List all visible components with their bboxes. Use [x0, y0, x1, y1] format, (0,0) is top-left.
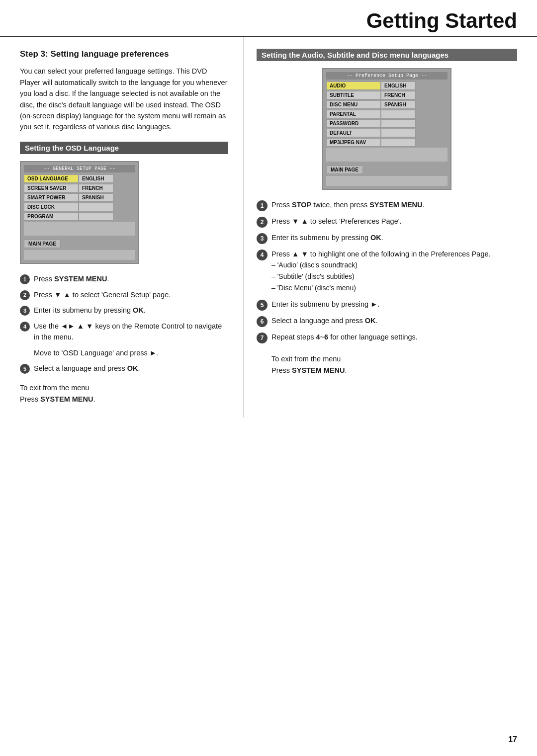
english-cell: ENGLISH — [79, 174, 113, 183]
right-step-2: 2 Press ▼ ▲ to select 'Preferences Page'… — [257, 216, 517, 228]
sub-bullet-audio: – 'Audio' (disc's soundtrack) — [271, 260, 517, 270]
default-right — [381, 129, 416, 137]
rstep4-circle: 4 — [257, 250, 268, 260]
step3-circle: 3 — [20, 306, 30, 316]
parental-right — [381, 110, 416, 118]
disc-menu-spanish-cell: SPANISH — [381, 100, 416, 109]
sub-bullet-subtitle: – 'Subtitle' (disc's subtitles) — [271, 271, 517, 282]
rstep7-text: Repeat steps 4~6 for other language sett… — [271, 332, 517, 343]
rstep7-bold4: 4 — [316, 333, 320, 341]
menu-row-default: DEFAULT — [326, 129, 448, 137]
disc-menu-cell: DISC MENU — [326, 100, 381, 109]
menu-footer-left — [24, 250, 135, 260]
menu-row-program: PROGRAM — [24, 212, 135, 221]
menu-row-audio: AUDIO ENGLISH — [326, 82, 448, 90]
rstep7-bold6: 6 — [324, 333, 328, 341]
step5-circle: 5 — [20, 364, 30, 374]
menu-row-mp3jpeg: MP3/JPEG NAV — [326, 138, 448, 147]
subtitle-french-cell: FRENCH — [381, 91, 416, 99]
rstep1-systemmenu: SYSTEM MENU — [369, 201, 422, 209]
menu-bottom-right: MAIN PAGE — [326, 165, 448, 174]
rstep7-circle: 7 — [257, 333, 268, 343]
main-page-btn-left: MAIN PAGE — [24, 240, 61, 248]
right-step-1: 1 Press STOP twice, then press SYSTEM ME… — [257, 200, 517, 211]
exit-label-right: To exit from the menu Press SYSTEM MENU. — [271, 353, 517, 376]
exit-bold-right: SYSTEM MENU — [292, 366, 345, 374]
rstep3-circle: 3 — [257, 233, 268, 244]
step2-circle: 2 — [20, 290, 30, 300]
move-note: Move to 'OSD Language' and press ►. — [34, 348, 228, 359]
rstep5-text: Enter its submenu by pressing ►. — [271, 299, 517, 310]
rstep3-bold: OK — [370, 234, 381, 242]
menu-row-parental: PARENTAL — [326, 110, 448, 118]
step2-text: Press ▼ ▲ to select 'General Setup' page… — [34, 290, 228, 301]
rstep6-text: Select a language and press OK. — [271, 316, 517, 327]
step3-text: Enter its submenu by pressing OK. — [34, 305, 228, 316]
step1-bold: SYSTEM MENU — [54, 275, 107, 283]
audio-section-bar: Setting the Audio, Subtitle and Disc men… — [257, 49, 517, 61]
audio-cell: AUDIO — [326, 82, 381, 90]
parental-cell: PARENTAL — [326, 110, 381, 118]
program-right — [79, 212, 113, 221]
right-step-7: 7 Repeat steps 4~6 for other language se… — [257, 332, 517, 343]
menu-bottom-left: MAIN PAGE — [24, 239, 135, 248]
menu-row-disclock: DISC LOCK — [24, 203, 135, 211]
menu-title-left: -- GENERAL SETUP PAGE -- — [24, 165, 135, 172]
left-step-3: 3 Enter its submenu by pressing OK. — [20, 305, 228, 316]
menu-empty-space-left — [24, 222, 135, 236]
step4-text: Use the ◄► ▲ ▼ keys on the Remote Contro… — [34, 321, 228, 343]
left-step-2: 2 Press ▼ ▲ to select 'General Setup' pa… — [20, 290, 228, 301]
exit-bold-left: SYSTEM MENU — [40, 395, 93, 403]
preference-setup-menu: -- Preference Setup Page -- AUDIO ENGLIS… — [322, 68, 451, 190]
step-heading: Step 3: Setting language preferences — [20, 49, 228, 60]
osd-language-cell: OSD LANGUAGE — [24, 174, 79, 183]
exit-box-right: To exit from the menu Press SYSTEM MENU. — [271, 353, 517, 376]
menu-title-right: -- Preference Setup Page -- — [326, 72, 448, 80]
menu-row-osd: OSD LANGUAGE ENGLISH — [24, 174, 135, 183]
menu-row-screensaver: SCREEN SAVER FRENCH — [24, 184, 135, 192]
left-column: Step 3: Setting language preferences You… — [0, 37, 244, 418]
rstep3-text: Enter its submenu by pressing OK. — [271, 233, 517, 244]
disc-lock-right — [79, 203, 113, 211]
page-header: Getting Started — [0, 0, 537, 37]
rstep1-circle: 1 — [257, 200, 268, 211]
menu-row-subtitle: SUBTITLE FRENCH — [326, 91, 448, 99]
sub-bullet-discmenu: – 'Disc Menu' (disc's menu) — [271, 283, 517, 293]
spanish-cell: SPANISH — [79, 193, 113, 202]
menu-row-password: PASSWORD — [326, 119, 448, 128]
default-cell: DEFAULT — [326, 129, 381, 137]
password-cell: PASSWORD — [326, 119, 381, 128]
step3-bold: OK — [133, 306, 144, 314]
rstep2-text: Press ▼ ▲ to select 'Preferences Page'. — [271, 216, 517, 227]
right-step-6: 6 Select a language and press OK. — [257, 316, 517, 327]
left-step-1: 1 Press SYSTEM MENU. — [20, 274, 228, 285]
step1-circle: 1 — [20, 274, 30, 284]
rstep1-text: Press STOP twice, then press SYSTEM MENU… — [271, 200, 517, 211]
content-area: Step 3: Setting language preferences You… — [0, 37, 537, 418]
exit-box-left: To exit from the menu Press SYSTEM MENU. — [20, 382, 228, 405]
step4-circle: 4 — [20, 322, 30, 332]
right-steps-list: 1 Press STOP twice, then press SYSTEM ME… — [257, 200, 517, 343]
menu-row-discmenu: DISC MENU SPANISH — [326, 100, 448, 109]
main-page-btn-right: MAIN PAGE — [326, 166, 363, 174]
french-cell: FRENCH — [79, 184, 113, 192]
menu-empty-space-right — [326, 148, 448, 162]
page-number: 17 — [508, 735, 517, 744]
disc-lock-cell: DISC LOCK — [24, 203, 79, 211]
left-step-4: 4 Use the ◄► ▲ ▼ keys on the Remote Cont… — [20, 321, 228, 343]
menu-row-smartpower: SMART POWER SPANISH — [24, 193, 135, 202]
program-cell: PROGRAM — [24, 212, 79, 221]
rstep6-circle: 6 — [257, 316, 268, 327]
right-step-4: 4 Press ▲ ▼ to highlight one of the foll… — [257, 249, 517, 294]
page-title: Getting Started — [20, 9, 517, 33]
right-column: Setting the Audio, Subtitle and Disc men… — [244, 37, 537, 418]
right-step-3: 3 Enter its submenu by pressing OK. — [257, 233, 517, 244]
rstep2-circle: 2 — [257, 217, 268, 228]
rstep5-circle: 5 — [257, 300, 268, 311]
rstep6-bold: OK — [365, 317, 376, 325]
exit-label-left: To exit from the menu Press SYSTEM MENU. — [20, 382, 228, 405]
right-step-5: 5 Enter its submenu by pressing ►. — [257, 299, 517, 311]
smart-power-cell: SMART POWER — [24, 193, 79, 202]
mp3jpeg-right — [381, 138, 416, 147]
rstep4-text: Press ▲ ▼ to highlight one of the follow… — [271, 249, 517, 294]
